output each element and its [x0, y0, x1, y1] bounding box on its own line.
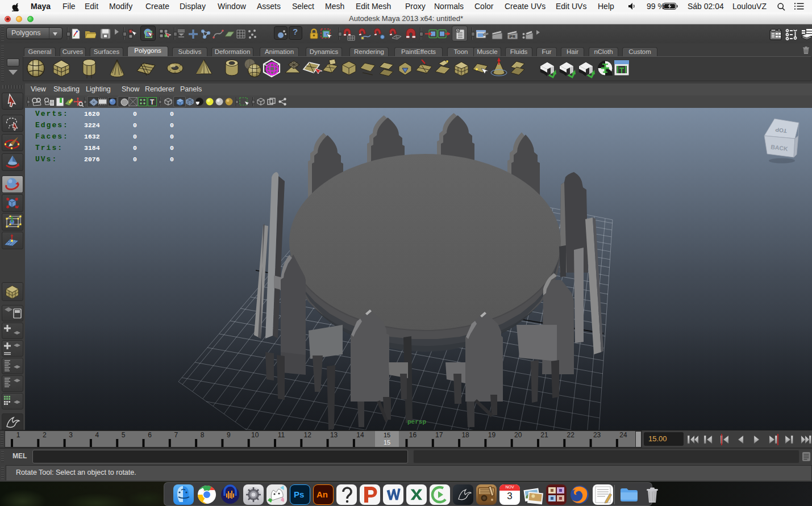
svg-text:17: 17	[435, 431, 443, 439]
svg-text:4: 4	[95, 431, 99, 439]
svg-text:21: 21	[540, 431, 548, 439]
svg-text:1: 1	[16, 431, 20, 439]
svg-text:8: 8	[201, 431, 205, 439]
svg-text:13: 13	[330, 431, 338, 439]
svg-text:23: 23	[593, 431, 601, 439]
svg-text:22: 22	[567, 431, 575, 439]
svg-text:2: 2	[43, 431, 47, 439]
svg-text:0: 0	[133, 133, 137, 140]
svg-text:0: 0	[170, 110, 174, 118]
svg-text:18: 18	[461, 431, 469, 439]
svg-text:2076: 2076	[84, 156, 100, 163]
svg-text:7: 7	[174, 431, 178, 439]
svg-text:0: 0	[170, 133, 174, 140]
svg-text:0: 0	[133, 156, 137, 163]
svg-text:Edges:: Edges:	[35, 121, 69, 129]
svg-text:14: 14	[356, 431, 364, 439]
svg-text:15: 15	[384, 439, 390, 446]
svg-text:1632: 1632	[84, 133, 100, 140]
svg-text:0: 0	[170, 156, 174, 163]
svg-text:20: 20	[514, 431, 522, 439]
svg-text:persp: persp	[407, 419, 426, 425]
svg-text:0: 0	[133, 144, 137, 152]
svg-text:5: 5	[122, 431, 126, 439]
svg-text:12: 12	[304, 431, 312, 439]
svg-text:6: 6	[148, 431, 152, 439]
svg-text:3224: 3224	[84, 122, 100, 129]
svg-text:11: 11	[278, 431, 285, 439]
svg-text:Tris:: Tris:	[35, 144, 63, 152]
svg-text:9: 9	[227, 431, 231, 439]
svg-text:19: 19	[488, 431, 496, 439]
svg-text:UVs:: UVs:	[35, 155, 57, 164]
svg-text:3: 3	[69, 431, 73, 439]
svg-text:10: 10	[251, 431, 259, 439]
svg-text:0: 0	[170, 144, 174, 152]
svg-text:3184: 3184	[84, 144, 100, 152]
svg-text:1620: 1620	[84, 110, 100, 118]
svg-text:15: 15	[384, 432, 390, 438]
svg-text:24: 24	[619, 431, 627, 439]
svg-text:0: 0	[170, 122, 174, 129]
svg-text:Verts:: Verts:	[35, 110, 69, 118]
svg-text:0: 0	[133, 122, 137, 129]
svg-text:16: 16	[409, 431, 417, 439]
svg-text:T: T	[150, 98, 155, 106]
svg-text:IPR: IPR	[509, 35, 515, 39]
svg-text:0: 0	[133, 110, 137, 118]
svg-text:Faces:: Faces:	[35, 132, 69, 141]
